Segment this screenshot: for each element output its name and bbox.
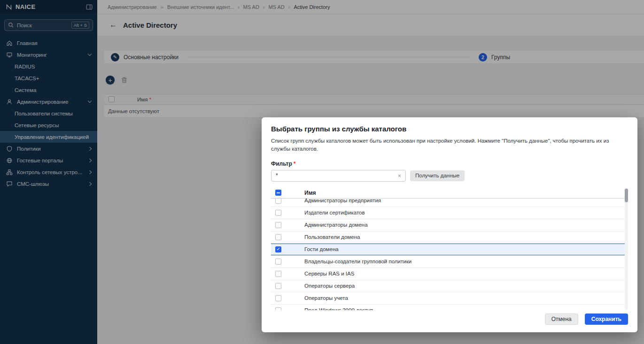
row-checkbox[interactable] [275,307,281,310]
row-checkbox[interactable] [275,234,281,240]
row-checkbox[interactable] [275,222,281,228]
modal-table-header: Имя [271,188,628,199]
name-column-header: Имя [304,190,316,196]
select-all-checkbox[interactable] [275,190,281,196]
row-checkbox[interactable] [275,210,281,216]
app-root: NAICE Поиск Alt + S Главная Мониторинг R… [0,0,644,344]
group-row[interactable]: Гости домена [271,244,628,256]
group-name: Администраторы домена [304,222,368,228]
group-row[interactable]: Пред-Windows 2000 доступ [271,305,628,310]
required-mark: * [294,161,296,167]
row-checkbox[interactable] [275,283,281,289]
group-name: Гости домена [304,246,339,252]
modal-footer: Отмена Сохранить [545,313,628,325]
group-name: Операторы сервера [304,283,355,289]
group-name: Издатели сертификатов [304,210,365,215]
filter-label: Фильтр* [271,161,628,167]
clear-filter-icon[interactable]: × [397,173,401,179]
modal-title: Выбрать группы из службы каталогов [271,125,628,133]
group-row[interactable]: Пользователи домена [271,231,628,244]
group-row[interactable]: Владельцы-создатели групповой политики [271,256,628,268]
group-row[interactable]: Издатели сертификатов [271,207,628,219]
save-button[interactable]: Сохранить [585,313,628,325]
group-name: Серверы RAS и IAS [304,271,354,276]
group-name: Операторы учета [304,295,348,301]
group-name: Пользователи домена [304,234,360,240]
row-checkbox[interactable] [275,246,281,252]
row-checkbox[interactable] [275,271,281,277]
group-name: Пред-Windows 2000 доступ [304,307,373,310]
fetch-data-button[interactable]: Получить данные [410,170,465,181]
filter-input-wrapper: × [271,170,406,182]
row-checkbox[interactable] [275,295,281,301]
filter-input[interactable] [276,172,397,179]
group-name: Администраторы предприятия [304,199,381,204]
row-checkbox[interactable] [275,259,281,265]
group-row[interactable]: Операторы учета [271,292,628,305]
scrollbar-thumb[interactable] [625,189,628,202]
group-name: Владельцы-создатели групповой политики [304,259,411,264]
row-checkbox[interactable] [275,199,281,204]
filter-row: × Получить данные [271,170,628,182]
select-groups-modal: Выбрать группы из службы каталогов Списо… [262,117,637,332]
group-row[interactable]: Администраторы домена [271,219,628,231]
modal-description: Список групп службы каталогов может быть… [271,137,627,153]
modal-table-body: Администраторы предприятия Издатели серт… [271,199,628,310]
scrollbar-track[interactable] [625,188,628,310]
group-row[interactable]: Операторы сервера [271,280,628,292]
cancel-button[interactable]: Отмена [545,313,578,325]
modal-groups-table: Имя Администраторы предприятия Издатели … [271,188,628,310]
group-row[interactable]: Серверы RAS и IAS [271,268,628,280]
group-row[interactable]: Администраторы предприятия [271,199,628,207]
